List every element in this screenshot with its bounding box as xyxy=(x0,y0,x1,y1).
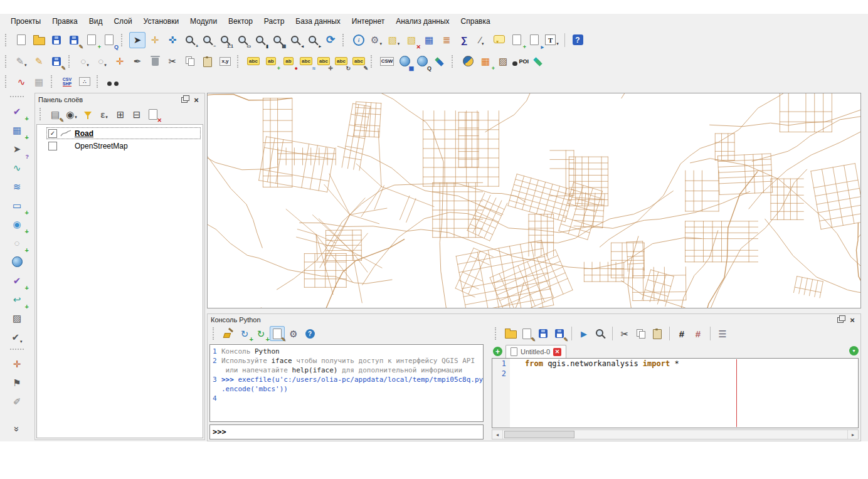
identify-features-icon[interactable]: i xyxy=(351,32,367,48)
menu-projects[interactable]: Проекты xyxy=(5,15,46,28)
touch-zoom-pan-icon[interactable]: ➤ xyxy=(129,32,146,48)
import-class-icon[interactable]: ↻+ xyxy=(237,326,252,341)
label-properties-icon[interactable]: abc✎ xyxy=(351,53,367,70)
console-output[interactable]: 1Консоль Python2Используйте iface чтобы … xyxy=(209,344,484,422)
open-script-icon[interactable] xyxy=(503,326,518,341)
cut-icon[interactable]: ✂ xyxy=(617,326,632,341)
globe-icon[interactable] xyxy=(6,253,28,271)
layer-checkbox[interactable]: ✓ xyxy=(48,129,57,138)
hook-plus-icon[interactable]: ↩+ xyxy=(6,290,28,308)
text-annotation-icon[interactable]: T▾ xyxy=(544,32,560,48)
deselect-features-icon[interactable]: ▧✕ xyxy=(403,32,420,48)
new-print-layout-icon[interactable]: + xyxy=(83,32,100,48)
paste-icon[interactable] xyxy=(650,326,665,341)
toolbar-handle[interactable] xyxy=(97,75,101,88)
label-pin-icon[interactable]: ab● xyxy=(280,53,297,70)
save-script-icon[interactable] xyxy=(536,326,551,341)
tab-close-icon[interactable]: ✕ xyxy=(553,348,561,356)
pan-to-selection-icon[interactable]: ✜ xyxy=(164,32,181,48)
feature-action-icon[interactable]: ⚙▾ xyxy=(368,32,384,48)
spline-icon[interactable]: ∿ xyxy=(6,159,28,177)
open-in-editor-icon[interactable]: ✎ xyxy=(519,326,534,341)
copy-features-icon[interactable] xyxy=(182,53,198,70)
toolbar-handle[interactable] xyxy=(10,349,24,353)
clear-console-icon[interactable] xyxy=(221,326,236,341)
search-binoculars-icon[interactable] xyxy=(105,73,121,90)
digitize-check-icon[interactable]: ✔+ xyxy=(6,102,28,120)
open-project-icon[interactable] xyxy=(31,32,47,48)
code-editor[interactable]: 1from qgis.networkanalysis import *2 xyxy=(492,358,859,428)
show-editor-icon[interactable]: ✎ xyxy=(270,326,285,341)
node-tool-icon[interactable]: ✒ xyxy=(129,53,146,70)
toolbar-handle[interactable] xyxy=(371,55,375,68)
csw-search-icon[interactable]: CSW xyxy=(379,53,395,70)
flag-icon[interactable]: ⚑ xyxy=(6,374,28,392)
float-panel-icon[interactable] xyxy=(179,95,189,104)
menu-settings[interactable]: Установки xyxy=(138,15,184,28)
pan-map-icon[interactable]: ✛ xyxy=(147,32,163,48)
label-rotate-icon[interactable]: abc↻ xyxy=(333,53,349,70)
scroll-right-icon[interactable]: ▸ xyxy=(847,430,858,439)
add-delimited-layer-icon[interactable]: ▦+ xyxy=(477,53,494,70)
current-edits-icon[interactable]: ✎▾ xyxy=(13,53,29,70)
open-attribute-table-icon[interactable]: ▦ xyxy=(421,32,437,48)
save-layer-edits-icon[interactable]: ✎ xyxy=(48,53,65,70)
toolbar-handle[interactable] xyxy=(10,96,24,100)
toolbar-handle[interactable] xyxy=(452,55,456,68)
tab-list-icon[interactable]: ▾ xyxy=(849,346,859,355)
scrollbar-thumb[interactable] xyxy=(504,431,574,438)
layer-labeling-icon[interactable]: abc xyxy=(245,53,262,70)
python-console-icon[interactable] xyxy=(460,53,476,70)
toolbar-handle[interactable] xyxy=(5,75,9,88)
open-layer-styling-icon[interactable]: ▤✎ xyxy=(48,107,63,122)
metasearch-table-icon[interactable]: ▦ xyxy=(396,53,413,70)
new-project-icon[interactable] xyxy=(13,32,29,48)
georeferencer-icon[interactable]: ▨ xyxy=(495,53,511,70)
close-panel-icon[interactable]: × xyxy=(191,95,201,104)
float-panel-icon[interactable] xyxy=(835,315,845,324)
help-contents-icon[interactable]: ? xyxy=(569,32,586,48)
filter-expression-icon[interactable]: ε▾ xyxy=(97,107,112,122)
save-project-as-icon[interactable]: ✎ xyxy=(66,32,82,48)
editor-horizontal-scrollbar[interactable]: ◂ ▸ xyxy=(492,429,859,440)
run-script-icon[interactable]: ▶ xyxy=(576,326,591,341)
menu-raster[interactable]: Растр xyxy=(258,15,290,28)
zoom-native-icon[interactable]: 1:1 xyxy=(217,32,233,48)
toolbar-handle[interactable] xyxy=(5,55,9,68)
new-tab-icon[interactable]: + xyxy=(493,347,502,356)
measure-icon[interactable]: ∕▾ xyxy=(474,32,490,48)
menu-database[interactable]: База данных xyxy=(290,15,346,28)
menu-help[interactable]: Справка xyxy=(455,15,496,28)
add-circular-string-radius-icon[interactable]: ◌▾ xyxy=(94,53,110,70)
hand-pen-icon[interactable]: ✐ xyxy=(6,392,28,411)
checker-icon[interactable]: ▨ xyxy=(6,309,28,327)
red-sketch-icon[interactable]: ∿ xyxy=(13,73,29,90)
delete-selected-icon[interactable] xyxy=(147,53,163,70)
find-text-icon[interactable] xyxy=(593,326,608,341)
more-tools-chevron-icon[interactable]: » xyxy=(6,420,28,438)
statistical-summary-icon[interactable]: ∑ xyxy=(456,32,472,48)
layer-row-openstreetmap[interactable]: OpenStreetMap xyxy=(46,140,201,152)
toolbar-handle[interactable] xyxy=(5,34,9,46)
copy-icon[interactable] xyxy=(633,326,648,341)
run-command-icon[interactable]: ↻+ xyxy=(253,326,268,341)
layer-checkbox[interactable] xyxy=(48,142,57,150)
menu-vector[interactable]: Вектор xyxy=(223,15,258,28)
paste-features-icon[interactable] xyxy=(199,53,216,70)
osm-tools-icon[interactable] xyxy=(530,53,546,70)
console-help-icon[interactable]: ? xyxy=(302,326,317,341)
cut-features-icon[interactable]: ✂ xyxy=(164,53,181,70)
remove-layer-icon[interactable]: ✕ xyxy=(146,107,161,122)
zoom-next-icon[interactable]: ▸ xyxy=(305,32,321,48)
zoom-full-icon[interactable]: ▭ xyxy=(235,32,251,48)
save-project-icon[interactable] xyxy=(48,32,65,48)
coordinate-capture-icon[interactable]: x,y xyxy=(217,53,233,70)
zoom-to-layer-icon[interactable]: ▤ xyxy=(270,32,286,48)
grid-layer-icon[interactable]: ▦+ xyxy=(6,121,28,139)
identify-cursor-icon[interactable]: ➤? xyxy=(6,140,28,158)
poi-search-icon[interactable]: POI xyxy=(512,53,529,70)
map-canvas[interactable] xyxy=(207,93,861,308)
grid-select-icon[interactable]: ▦ xyxy=(31,73,47,90)
scroll-left-icon[interactable]: ◂ xyxy=(492,430,503,439)
tab-untitled-0[interactable]: Untitled-0 ✕ xyxy=(505,345,566,358)
